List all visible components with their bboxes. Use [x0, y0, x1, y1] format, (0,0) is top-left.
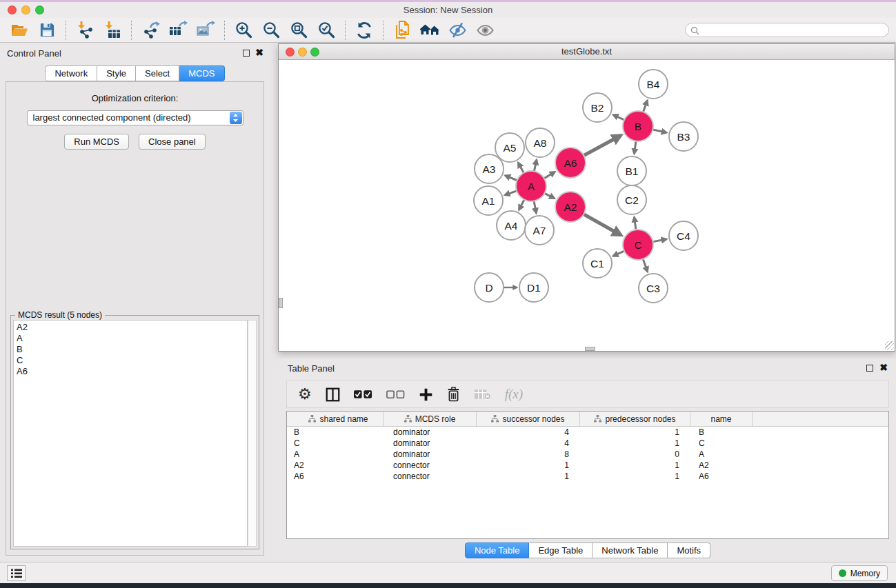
tab-network-table[interactable]: Network Table: [593, 543, 668, 558]
run-mcds-button[interactable]: Run MCDS: [64, 134, 129, 150]
graph-node-A1[interactable]: A1: [474, 186, 503, 215]
zoom-window-button[interactable]: [35, 6, 44, 14]
graph-edge-A-A7[interactable]: [534, 201, 537, 214]
close-network-button[interactable]: [286, 48, 295, 57]
graph-edge-C-C3[interactable]: [643, 258, 648, 272]
graph-node-A2[interactable]: A2: [555, 192, 586, 222]
graph-edge-B-B1[interactable]: [635, 141, 637, 154]
network-from-file-icon[interactable]: [388, 19, 416, 41]
table-row[interactable]: A dominator 8 0 A: [287, 449, 888, 460]
criterion-select[interactable]: largest connected component (directed): [27, 110, 243, 125]
zoom-network-button[interactable]: [310, 48, 319, 57]
graph-edge-A2-C[interactable]: [583, 214, 621, 235]
tab-motifs[interactable]: Motifs: [668, 543, 710, 558]
deselect-all-icon[interactable]: [386, 389, 405, 399]
show-panel-icon[interactable]: [471, 19, 499, 41]
column-header-successor-nodes[interactable]: successor nodes: [477, 412, 580, 426]
table-row[interactable]: A6 connector 1 1 A6: [287, 471, 888, 482]
column-header-shared-name[interactable]: shared name: [287, 412, 384, 426]
graph-node-B[interactable]: B: [623, 111, 653, 141]
hide-panel-icon[interactable]: [444, 19, 471, 41]
task-history-button[interactable]: [7, 565, 26, 581]
graph-edge-B-B3[interactable]: [653, 130, 667, 133]
canvas-splitter-left[interactable]: [279, 298, 283, 308]
graph-node-A4[interactable]: A4: [497, 211, 526, 240]
close-table-panel-icon[interactable]: ✖: [879, 362, 888, 373]
network-canvas[interactable]: B4B2BB3A8A5A6A3B1AC2A1A2A4A7C4CC1C3DD1: [279, 61, 895, 351]
result-scrollbar[interactable]: [248, 320, 257, 547]
minimize-network-button[interactable]: [298, 48, 307, 57]
graph-node-D[interactable]: D: [475, 273, 504, 302]
add-column-icon[interactable]: [419, 387, 433, 402]
refresh-icon[interactable]: [350, 19, 378, 41]
graph-node-B1[interactable]: B1: [617, 156, 646, 185]
mcds-result-item[interactable]: A2: [17, 322, 247, 333]
export-table-icon[interactable]: [164, 19, 192, 41]
table-settings-gear-icon[interactable]: ⚙: [298, 387, 312, 402]
birdseye-icon[interactable]: [416, 19, 444, 41]
graph-edge-C-C4[interactable]: [653, 239, 667, 242]
graph-node-A5[interactable]: A5: [495, 133, 524, 162]
zoom-fit-icon[interactable]: [285, 19, 312, 41]
graph-edge-C-C2[interactable]: [635, 217, 637, 230]
search-input[interactable]: [685, 23, 889, 37]
close-panel-icon[interactable]: ✖: [255, 47, 263, 58]
tab-node-table[interactable]: Node Table: [465, 543, 530, 558]
close-panel-button[interactable]: Close panel: [139, 134, 206, 150]
mcds-result-item[interactable]: B: [17, 344, 247, 355]
tab-mcds[interactable]: MCDS: [179, 65, 224, 81]
table-row[interactable]: C dominator 4 1 C: [287, 438, 888, 449]
column-selector-icon[interactable]: [326, 387, 340, 402]
zoom-in-icon[interactable]: [230, 19, 257, 41]
mcds-result-item[interactable]: A6: [17, 366, 247, 377]
graph-edge-A-A6[interactable]: [544, 172, 555, 179]
mcds-result-item[interactable]: C: [17, 355, 247, 366]
graph-node-C[interactable]: C: [623, 230, 653, 260]
graph-node-C4[interactable]: C4: [669, 221, 698, 250]
export-image-icon[interactable]: [192, 19, 219, 41]
import-table-icon[interactable]: [99, 19, 126, 41]
float-table-panel-icon[interactable]: [866, 365, 873, 372]
graph-edge-B-B2[interactable]: [613, 115, 625, 121]
graph-node-A[interactable]: A: [516, 171, 546, 201]
graph-edge-A-A5[interactable]: [518, 163, 524, 174]
open-session-icon[interactable]: [6, 19, 33, 41]
mcds-result-item[interactable]: A: [17, 333, 247, 344]
select-all-icon[interactable]: [354, 389, 372, 399]
graph-edge-A-A8[interactable]: [534, 160, 537, 172]
save-session-icon[interactable]: [33, 19, 61, 41]
float-panel-icon[interactable]: [243, 50, 250, 57]
graph-edge-A-A2[interactable]: [544, 193, 555, 199]
table-row[interactable]: A2 connector 1 1 A2: [287, 460, 888, 471]
memory-button[interactable]: Memory: [831, 565, 888, 581]
graph-node-A6[interactable]: A6: [555, 148, 586, 178]
graph-edge-C-C1[interactable]: [613, 251, 625, 256]
tab-network[interactable]: Network: [45, 65, 97, 81]
export-network-icon[interactable]: [137, 19, 164, 41]
tab-style[interactable]: Style: [97, 65, 136, 81]
network-graph[interactable]: B4B2BB3A8A5A6A3B1AC2A1A2A4A7C4CC1C3DD1: [279, 61, 895, 351]
column-header-predecessor-nodes[interactable]: predecessor nodes: [580, 412, 690, 426]
canvas-splitter-bottom[interactable]: [585, 347, 595, 351]
graph-node-C3[interactable]: C3: [639, 274, 668, 303]
graph-edge-A6-B[interactable]: [584, 135, 621, 156]
graph-edge-A-A1[interactable]: [505, 191, 517, 195]
graph-node-A7[interactable]: A7: [525, 216, 554, 245]
graph-node-A3[interactable]: A3: [475, 154, 504, 183]
graph-node-B4[interactable]: B4: [639, 70, 668, 99]
graph-edge-A-A4[interactable]: [519, 199, 524, 210]
window-resize-grip[interactable]: [885, 341, 894, 350]
graph-node-C2[interactable]: C2: [617, 185, 646, 214]
import-network-icon[interactable]: [71, 19, 99, 41]
zoom-out-icon[interactable]: [257, 19, 285, 41]
graph-node-A8[interactable]: A8: [526, 128, 555, 157]
graph-edge-A-A3[interactable]: [505, 176, 517, 181]
graph-node-B3[interactable]: B3: [669, 122, 698, 151]
close-window-button[interactable]: [8, 6, 17, 14]
column-header-name[interactable]: name: [690, 412, 753, 426]
graph-node-C1[interactable]: C1: [583, 249, 612, 278]
tab-edge-table[interactable]: Edge Table: [529, 543, 593, 558]
mcds-result-list[interactable]: A2 A B C A6: [13, 320, 248, 547]
graph-node-B2[interactable]: B2: [583, 93, 612, 122]
column-header-mcds-role[interactable]: MCDS role: [384, 412, 477, 426]
